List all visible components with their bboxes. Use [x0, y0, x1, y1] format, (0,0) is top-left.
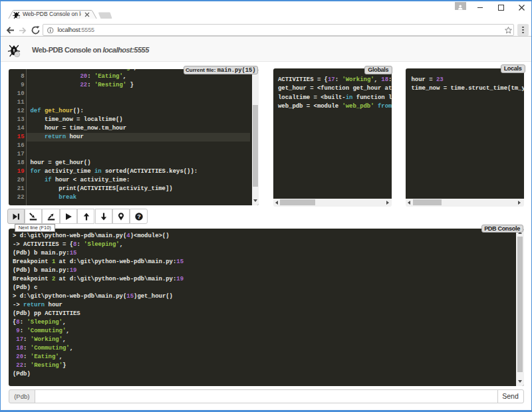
svg-text:?: ?	[137, 213, 141, 220]
